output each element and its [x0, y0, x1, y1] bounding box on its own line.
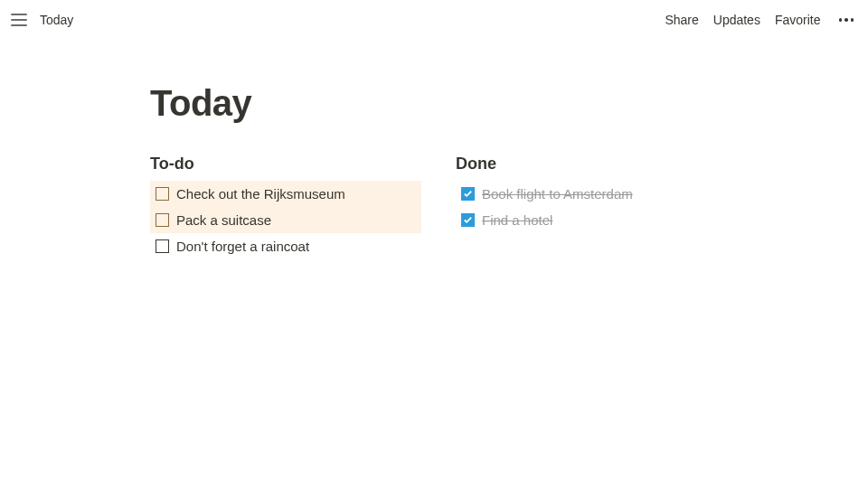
todo-item[interactable]: Check out the Rijksmuseum [150, 181, 421, 207]
todo-item[interactable]: Don't forget a raincoat [150, 233, 421, 259]
done-item-label: Find a hotel [482, 212, 552, 228]
todo-heading: To-do [150, 155, 421, 174]
more-icon[interactable] [835, 14, 858, 25]
todo-item-label: Pack a suitcase [176, 212, 271, 228]
todo-column: To-do Check out the Rijksmuseum Pack a s… [150, 155, 421, 259]
checkbox-checked-icon[interactable] [461, 187, 475, 201]
done-column: Done Book flight to Amsterdam Find a hot… [456, 155, 727, 259]
favorite-button[interactable]: Favorite [775, 13, 821, 27]
checkbox-unchecked-icon[interactable] [156, 213, 169, 227]
todo-item-label: Check out the Rijksmuseum [176, 186, 345, 202]
page-content: Today To-do Check out the Rijksmuseum Pa… [0, 40, 868, 259]
done-item-label: Book flight to Amsterdam [482, 186, 633, 202]
updates-button[interactable]: Updates [713, 13, 760, 27]
done-item[interactable]: Find a hotel [456, 207, 727, 233]
done-item[interactable]: Book flight to Amsterdam [456, 181, 727, 207]
topbar-actions: Share Updates Favorite [665, 13, 857, 27]
share-button[interactable]: Share [665, 13, 698, 27]
board-columns: To-do Check out the Rijksmuseum Pack a s… [150, 155, 868, 259]
checkbox-unchecked-icon[interactable] [156, 239, 169, 253]
todo-item-label: Don't forget a raincoat [176, 239, 309, 254]
done-heading: Done [456, 155, 727, 174]
page-title: Today [150, 83, 868, 124]
menu-icon[interactable] [11, 14, 27, 26]
checkbox-checked-icon[interactable] [461, 213, 475, 227]
breadcrumb[interactable]: Today [40, 13, 73, 27]
todo-item[interactable]: Pack a suitcase [150, 207, 421, 233]
topbar: Today Share Updates Favorite [0, 0, 868, 40]
checkbox-unchecked-icon[interactable] [156, 187, 169, 201]
